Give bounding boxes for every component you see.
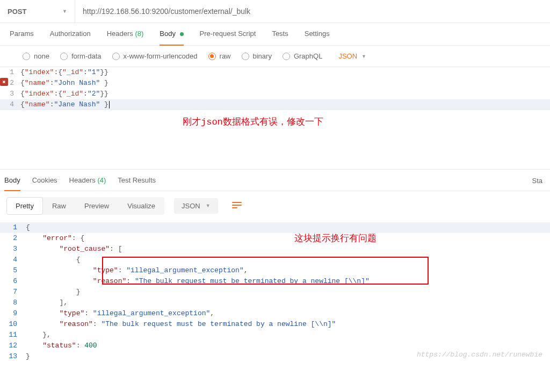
radio-icon (60, 53, 68, 60)
line-number: 2 (0, 78, 20, 89)
line-number: 10 (0, 319, 26, 330)
radio-label: form-data (71, 52, 102, 60)
status-label: Sta (532, 177, 546, 185)
code-line: "root_cause": [ (26, 244, 550, 255)
view-pretty[interactable]: Pretty (6, 197, 43, 215)
line-number: 7 (0, 287, 26, 297)
code-line: {"index":{"_id":"1"}} (20, 67, 550, 78)
response-tab-tests[interactable]: Test Results (118, 176, 156, 185)
code-line: { (26, 255, 550, 265)
line-number: 6 (0, 276, 26, 287)
line-number: 3 (0, 244, 26, 255)
radio-binary[interactable]: binary (242, 52, 272, 60)
radio-icon (23, 53, 30, 60)
code-line: "status": 400 (26, 340, 550, 351)
code-line: "reason": "The bulk request must be term… (26, 319, 550, 330)
line-number: 8 (0, 297, 26, 308)
response-headers-count: (4) (97, 176, 106, 184)
radio-raw[interactable]: raw (208, 52, 231, 60)
view-preview[interactable]: Preview (75, 197, 118, 215)
code-line: "reason": "The bulk request must be term… (26, 276, 550, 287)
response-tab-headers[interactable]: Headers (4) (69, 176, 106, 185)
chevron-down-icon: ▼ (62, 9, 67, 14)
radio-graphql[interactable]: GraphQL (283, 52, 322, 60)
code-line: "type": "illegal_argument_exception", (26, 265, 550, 276)
code-line: "type": "illegal_argument_exception", (26, 308, 550, 319)
response-tab-cookies[interactable]: Cookies (32, 176, 57, 185)
request-body-editor[interactable]: ✖ 1 {"index":{"_id":"1"}} 2 {"name":"Joh… (0, 67, 550, 169)
method-select[interactable]: POST ▼ (0, 0, 75, 23)
code-line: {"index":{"_id":"2"}} (20, 89, 550, 99)
chevron-down-icon: ▼ (361, 54, 366, 59)
radio-label: none (34, 52, 49, 60)
code-line: ], (26, 297, 550, 308)
tab-prerequest[interactable]: Pre-request Script (200, 30, 256, 40)
code-line: {"name":"John Nash" } (20, 78, 550, 89)
radio-icon (283, 53, 290, 60)
view-visualize[interactable]: Visualize (118, 197, 164, 215)
response-tab-headers-label: Headers (69, 176, 96, 184)
code-line: } (26, 287, 550, 297)
line-number: 13 (0, 351, 26, 362)
line-number: 1 (0, 222, 26, 233)
radio-none[interactable]: none (23, 52, 49, 60)
tab-settings[interactable]: Settings (305, 30, 330, 40)
radio-icon (112, 53, 120, 60)
response-tabs: Body Cookies Headers (4) Test Results St… (0, 169, 550, 191)
line-number: 3 (0, 89, 20, 99)
code-line: {"name":"Jane Nash" } (20, 99, 550, 110)
cursor-icon (109, 101, 110, 108)
line-number: 4 (0, 99, 20, 110)
line-number: 1 (0, 67, 20, 78)
annotation-text: 刚才json数据格式有误，修改一下 (183, 115, 323, 128)
code-line: "error": { (26, 233, 550, 244)
wrap-button[interactable] (228, 197, 246, 215)
radio-icon (208, 53, 216, 60)
tab-params[interactable]: Params (10, 30, 34, 40)
radio-label: x-www-form-urlencoded (124, 52, 198, 60)
format-label: JSON (338, 52, 357, 60)
headers-count: (8) (135, 30, 143, 38)
line-number: 12 (0, 340, 26, 351)
radio-urlencoded[interactable]: x-www-form-urlencoded (112, 52, 198, 60)
radio-label: raw (220, 52, 231, 60)
line-number: 11 (0, 330, 26, 340)
line-number: 4 (0, 255, 26, 265)
wrap-icon (232, 202, 242, 209)
body-indicator-icon (180, 32, 184, 36)
url-input[interactable] (75, 0, 550, 23)
radio-icon (242, 53, 249, 60)
tab-tests[interactable]: Tests (272, 30, 288, 40)
response-tab-body[interactable]: Body (4, 176, 20, 185)
chevron-down-icon: ▼ (206, 203, 211, 208)
view-bar: Pretty Raw Preview Visualize JSON ▼ (0, 191, 550, 220)
tab-headers-label: Headers (107, 30, 133, 38)
method-value: POST (8, 8, 26, 16)
line-number: 5 (0, 265, 26, 276)
format-select[interactable]: JSON ▼ (338, 52, 366, 60)
response-format-select[interactable]: JSON ▼ (174, 198, 218, 214)
line-number: 9 (0, 308, 26, 319)
tab-body[interactable]: Body (160, 30, 183, 40)
radio-label: binary (253, 52, 272, 60)
tab-body-label: Body (160, 30, 176, 38)
response-format-label: JSON (182, 202, 200, 210)
response-body-viewer[interactable]: 1{ 2 "error": { 3 "root_cause": [ 4 { 5 … (0, 220, 550, 362)
radio-formdata[interactable]: form-data (60, 52, 102, 60)
request-tabs: Params Authorization Headers (8) Body Pr… (0, 23, 550, 46)
body-type-bar: none form-data x-www-form-urlencoded raw… (0, 46, 550, 67)
line-number: 2 (0, 233, 26, 244)
radio-label: GraphQL (294, 52, 322, 60)
annotation-text: 这块提示换行有问题 (294, 232, 377, 244)
code-line: }, (26, 330, 550, 340)
view-raw[interactable]: Raw (43, 197, 75, 215)
tab-headers[interactable]: Headers (8) (107, 30, 144, 40)
tab-authorization[interactable]: Authorization (50, 30, 91, 40)
code-line: { (26, 222, 550, 233)
watermark: https://blog.csdn.net/runewbie (417, 351, 542, 359)
